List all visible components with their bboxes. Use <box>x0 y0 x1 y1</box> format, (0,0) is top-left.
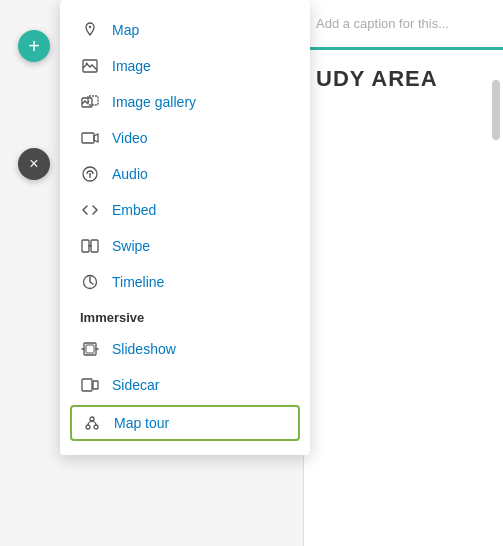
section-heading: UDY AREA <box>304 50 503 108</box>
close-button[interactable]: × <box>18 148 50 180</box>
menu-item-image[interactable]: Image <box>60 48 310 84</box>
svg-rect-18 <box>93 381 98 389</box>
menu-label-swipe: Swipe <box>112 238 150 254</box>
video-icon <box>80 128 100 148</box>
svg-point-19 <box>86 425 90 429</box>
map-icon <box>80 20 100 40</box>
embed-icon <box>80 200 100 220</box>
menu-item-sidecar[interactable]: Sidecar <box>60 367 310 403</box>
menu-item-map[interactable]: Map <box>60 12 310 48</box>
menu-item-image-gallery[interactable]: Image gallery <box>60 84 310 120</box>
image-icon <box>80 56 100 76</box>
menu-item-swipe[interactable]: Swipe <box>60 228 310 264</box>
menu-label-image: Image <box>112 58 151 74</box>
menu-label-sidecar: Sidecar <box>112 377 159 393</box>
svg-rect-4 <box>88 96 98 105</box>
sidecar-icon <box>80 375 100 395</box>
timeline-icon <box>80 272 100 292</box>
menu-label-timeline: Timeline <box>112 274 164 290</box>
menu-label-map-tour: Map tour <box>114 415 169 431</box>
scrollbar[interactable] <box>492 80 500 140</box>
svg-rect-10 <box>91 240 98 252</box>
svg-point-20 <box>94 425 98 429</box>
menu-label-image-gallery: Image gallery <box>112 94 196 110</box>
menu-item-embed[interactable]: Embed <box>60 192 310 228</box>
immersive-section-label: Immersive <box>60 300 310 331</box>
menu-item-map-tour[interactable]: Map tour <box>70 405 300 441</box>
map-tour-icon <box>82 413 102 433</box>
menu-label-embed: Embed <box>112 202 156 218</box>
svg-point-7 <box>89 173 91 175</box>
add-button[interactable]: + <box>18 30 50 62</box>
svg-rect-5 <box>82 133 94 143</box>
insert-menu: Map Image Image gallery <box>60 0 310 455</box>
svg-point-0 <box>89 26 91 28</box>
caption-field[interactable]: Add a caption for this... <box>304 0 503 50</box>
menu-item-video[interactable]: Video <box>60 120 310 156</box>
svg-rect-16 <box>86 345 94 353</box>
svg-rect-17 <box>82 379 92 391</box>
menu-label-slideshow: Slideshow <box>112 341 176 357</box>
svg-point-21 <box>90 417 94 421</box>
menu-label-video: Video <box>112 130 148 146</box>
svg-point-2 <box>86 63 88 65</box>
menu-label-audio: Audio <box>112 166 148 182</box>
slideshow-icon <box>80 339 100 359</box>
menu-item-slideshow[interactable]: Slideshow <box>60 331 310 367</box>
editor-panel: Add a caption for this... UDY AREA <box>303 0 503 546</box>
image-gallery-icon <box>80 92 100 112</box>
menu-label-map: Map <box>112 22 139 38</box>
menu-item-timeline[interactable]: Timeline <box>60 264 310 300</box>
swipe-icon <box>80 236 100 256</box>
menu-item-audio[interactable]: Audio <box>60 156 310 192</box>
svg-rect-9 <box>82 240 89 252</box>
audio-icon <box>80 164 100 184</box>
